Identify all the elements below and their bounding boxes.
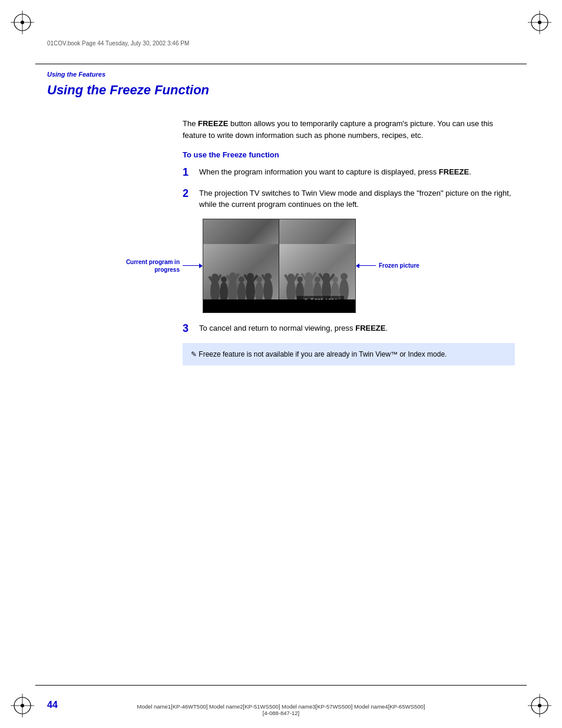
header-file-info: 01COV.book Page 44 Tuesday, July 30, 200… [47, 40, 189, 47]
note-icon: ✎ [191, 350, 199, 358]
tv-right-panel: Call 555-1234 [279, 219, 355, 312]
footer-model-info: Model name1[KP-46WT500] Model name2[KP-5… [0, 703, 562, 716]
image-row: Current program in progress [124, 219, 515, 313]
svg-point-52 [340, 273, 348, 280]
subheading: To use the Freeze function [183, 150, 515, 159]
image-label-right-block: Frozen picture [376, 262, 435, 269]
tv-image: Call 555-1234 [203, 219, 356, 313]
step-text-3: To cancel and return to normal viewing, … [199, 322, 515, 334]
note-box: ✎ Freeze feature is not available if you… [183, 343, 515, 365]
step-text-1: When the program information you want to… [199, 166, 515, 178]
connector-right-line [359, 265, 376, 266]
top-rule [35, 64, 527, 64]
footer-part-number: [4-088-847-12] [263, 710, 299, 716]
connector-right [356, 263, 376, 268]
step-2: 2 The projection TV switches to Twin Vie… [183, 187, 515, 210]
breadcrumb: Using the Features [47, 71, 105, 78]
step-1: 1 When the program information you want … [183, 166, 515, 179]
step-3: 3 To cancel and return to normal viewing… [183, 322, 515, 335]
corner-mark-tl [11, 11, 34, 34]
step-number-2: 2 [183, 187, 199, 200]
svg-point-42 [297, 276, 303, 282]
step-number-1: 1 [183, 166, 199, 179]
label-right-text: Frozen picture [379, 262, 435, 269]
main-content: The FREEZE button allows you to temporar… [183, 118, 515, 365]
step-text-2: The projection TV switches to Twin View … [199, 187, 515, 210]
corner-mark-tr [528, 11, 551, 34]
bottom-rule [35, 685, 527, 686]
svg-point-50 [332, 276, 338, 282]
svg-point-24 [239, 276, 244, 282]
note-text: Freeze feature is not available if you a… [199, 350, 447, 358]
page-title: Using the Freeze Function [47, 83, 209, 98]
svg-point-20 [221, 276, 227, 282]
image-label-left-block: Current program in progress [124, 258, 183, 274]
tv-left-panel [203, 219, 279, 312]
step-number-3: 3 [183, 322, 199, 335]
steps-list: 1 When the program information you want … [183, 166, 515, 210]
svg-point-46 [315, 276, 320, 282]
tv-bottom-bar [203, 299, 355, 312]
intro-paragraph: The FREEZE button allows you to temporar… [183, 118, 515, 141]
connector-left-line [183, 265, 199, 266]
label-left-text: Current program in progress [124, 258, 180, 274]
footer-model-text: Model name1[KP-46WT500] Model name2[KP-5… [137, 703, 425, 710]
connector-left [183, 263, 203, 268]
